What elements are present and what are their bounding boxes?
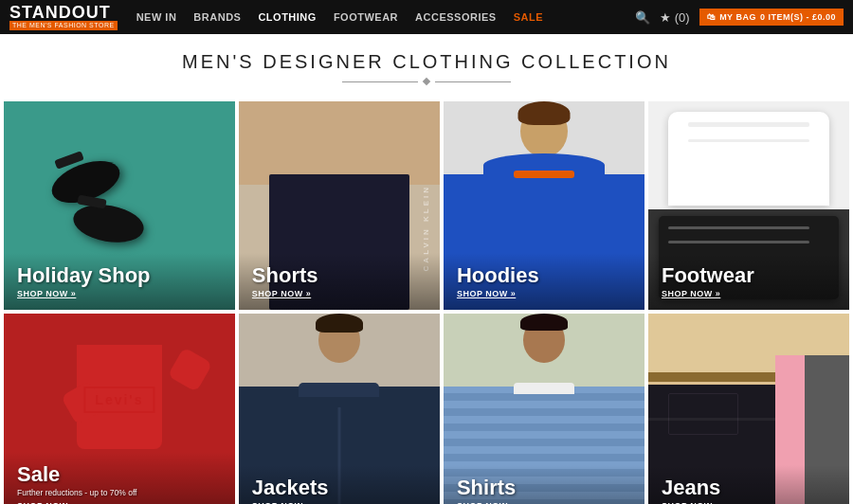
logo-text: STANDOUT — [9, 4, 118, 21]
shorts-shop-now[interactable]: SHOP NOW » — [252, 289, 426, 298]
main-nav: NEW IN BRANDS CLOTHING FOOTWEAR ACCESSOR… — [136, 11, 635, 23]
shirts-overlay: Shirts SHOP NOW » — [444, 465, 644, 504]
grid-item-shorts[interactable]: CALVIN KLEIN Shorts SHOP NOW » — [239, 101, 440, 310]
wishlist-count: (0) — [675, 10, 690, 25]
grid-row-2: Levi's Sale Further reductions - up to 7… — [0, 314, 853, 504]
nav-footwear[interactable]: FOOTWEAR — [334, 11, 398, 23]
hoodies-label: Hoodies — [457, 264, 631, 287]
product-grid: Holiday Shop SHOP NOW » CALVIN KLEIN Sho… — [0, 94, 853, 504]
nav-clothing[interactable]: CLOTHING — [258, 11, 316, 23]
wishlist-icon[interactable]: ★ (0) — [660, 10, 690, 25]
grid-item-footwear[interactable]: Footwear SHOP NOW » — [648, 101, 849, 310]
grid-item-holiday-shop[interactable]: Holiday Shop SHOP NOW » — [4, 101, 235, 310]
bag-items: 0 ITEM(S) - £0.00 — [760, 12, 836, 22]
logo[interactable]: STANDOUT THE MEN'S FASHION STORE — [9, 4, 118, 30]
logo-tagline: THE MEN'S FASHION STORE — [9, 21, 118, 30]
jackets-label: Jackets — [252, 477, 426, 499]
hoodies-shop-now[interactable]: SHOP NOW » — [457, 289, 631, 298]
shorts-overlay: Shorts SHOP NOW » — [239, 253, 440, 310]
divider-diamond — [423, 78, 430, 85]
sale-label: Sale — [17, 463, 222, 486]
header: STANDOUT THE MEN'S FASHION STORE NEW IN … — [0, 0, 853, 34]
grid-item-sale[interactable]: Levi's Sale Further reductions - up to 7… — [4, 314, 235, 504]
holiday-shop-now[interactable]: SHOP NOW » — [17, 289, 222, 298]
nav-new-in[interactable]: NEW IN — [136, 11, 177, 23]
grid-item-jackets[interactable]: Jackets SHOP NOW » — [239, 314, 440, 504]
bag-label: MY BAG — [719, 12, 756, 22]
nav-sale[interactable]: SALE — [514, 11, 543, 23]
grid-item-shirts[interactable]: Shirts SHOP NOW » — [444, 314, 644, 504]
bag-icon: 🛍 — [707, 12, 717, 22]
sandal-2 — [70, 200, 146, 247]
jackets-overlay: Jackets SHOP NOW » — [239, 465, 440, 504]
footwear-label: Footwear — [662, 264, 836, 287]
grid-row-1: Holiday Shop SHOP NOW » CALVIN KLEIN Sho… — [0, 101, 853, 310]
page-title: MEN'S DESIGNER CLOTHING COLLECTION — [0, 51, 853, 73]
jeans-label: Jeans — [662, 477, 836, 499]
levis-logo: Levi's — [83, 387, 154, 413]
sale-sublabel: Further reductions - up to 70% off — [17, 488, 222, 497]
grid-item-jeans[interactable]: Jeans SHOP NOW » — [648, 314, 849, 504]
title-divider — [0, 79, 853, 84]
shirts-label: Shirts — [457, 477, 631, 499]
nav-brands[interactable]: BRANDS — [193, 11, 241, 23]
footwear-overlay: Footwear SHOP NOW » — [648, 253, 849, 310]
hoodies-overlay: Hoodies SHOP NOW » — [444, 253, 644, 310]
sale-overlay: Sale Further reductions - up to 70% off … — [4, 452, 235, 504]
header-icons: 🔍 ★ (0) 🛍 MY BAG 0 ITEM(S) - £0.00 — [635, 9, 844, 26]
holiday-overlay: Holiday Shop SHOP NOW » — [4, 253, 235, 310]
holiday-label: Holiday Shop — [17, 264, 222, 287]
bag-button[interactable]: 🛍 MY BAG 0 ITEM(S) - £0.00 — [699, 9, 844, 26]
jeans-overlay: Jeans SHOP NOW » — [648, 465, 849, 504]
page-title-section: MEN'S DESIGNER CLOTHING COLLECTION — [0, 34, 853, 94]
search-icon[interactable]: 🔍 — [635, 10, 650, 25]
nav-accessories[interactable]: ACCESSORIES — [415, 11, 497, 23]
footwear-shop-now[interactable]: SHOP NOW » — [662, 289, 836, 298]
grid-item-hoodies[interactable]: Hoodies SHOP NOW » — [444, 101, 644, 310]
shorts-label: Shorts — [252, 264, 426, 287]
